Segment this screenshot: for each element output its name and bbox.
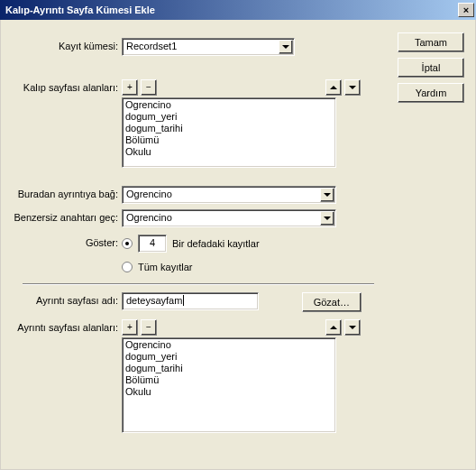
browse-button[interactable]: Gözat…: [302, 292, 362, 312]
list-item[interactable]: Ogrencino: [125, 99, 333, 111]
detail-fields-label: Ayrıntı sayfası alanları:: [1, 322, 118, 333]
plus-icon: +: [127, 83, 133, 92]
unique-key-select[interactable]: Ogrencino: [122, 209, 336, 227]
dropdown-arrow-icon[interactable]: [320, 211, 334, 226]
dropdown-arrow-icon[interactable]: [279, 40, 293, 54]
list-item[interactable]: Bölümü: [125, 134, 333, 146]
list-item[interactable]: Okulu: [125, 386, 333, 398]
list-item[interactable]: Ogrencino: [125, 339, 333, 351]
master-move-up-button[interactable]: [325, 79, 342, 96]
recordset-value: Recordset1: [123, 39, 279, 55]
detail-fields-list[interactable]: Ogrencinodogum_yeridogum_tarihiBölümüOku…: [122, 337, 336, 433]
master-move-down-button[interactable]: [344, 79, 361, 96]
detail-page-value: deteysayfam: [126, 295, 182, 306]
per-page-suffix-label: Bir defadaki kayıtlar: [172, 238, 260, 249]
list-item[interactable]: Okulu: [125, 146, 333, 158]
minus-icon: −: [146, 323, 151, 332]
all-records-radio[interactable]: [122, 262, 133, 272]
show-label: Göster:: [1, 237, 118, 248]
link-from-value: Ogrencino: [123, 187, 320, 203]
recordset-select[interactable]: Recordset1: [122, 38, 295, 56]
title-bar: Kalıp-Ayrıntı Sayfa Kümesi Ekle ×: [0, 0, 476, 20]
client-area: Tamam İptal Yardım Kayıt kümesi: Records…: [0, 20, 476, 470]
unique-key-value: Ogrencino: [123, 210, 320, 226]
per-page-input[interactable]: 4: [138, 235, 167, 253]
triangle-down-icon: [349, 326, 356, 329]
dropdown-arrow-icon[interactable]: [320, 188, 334, 202]
link-from-select[interactable]: Ogrencino: [122, 186, 336, 204]
list-item[interactable]: Bölümü: [125, 374, 333, 386]
list-item[interactable]: dogum_tarihi: [125, 363, 333, 374]
triangle-up-icon: [330, 326, 337, 329]
ok-button[interactable]: Tamam: [398, 32, 464, 52]
master-fields-label: Kalıp sayfası alanları:: [1, 82, 118, 93]
master-remove-button[interactable]: −: [141, 79, 157, 96]
detail-move-up-button[interactable]: [325, 319, 342, 336]
link-from-label: Buradan ayrıntıya bağ:: [1, 189, 118, 199]
cancel-button[interactable]: İptal: [398, 58, 464, 78]
minus-icon: −: [146, 83, 151, 92]
help-button[interactable]: Yardım: [398, 83, 464, 103]
close-button[interactable]: ×: [458, 3, 474, 17]
list-item[interactable]: dogum_yeri: [125, 351, 333, 363]
detail-add-button[interactable]: +: [122, 319, 138, 336]
window-title: Kalıp-Ayrıntı Sayfa Kümesi Ekle: [5, 5, 155, 15]
detail-page-label: Ayrıntı sayfası adı:: [1, 295, 118, 306]
all-records-label: Tüm kayıtlar: [138, 262, 193, 272]
dialog-buttons: Tamam İptal Yardım: [398, 32, 464, 108]
triangle-up-icon: [330, 86, 337, 89]
detail-remove-button[interactable]: −: [141, 319, 157, 336]
recordset-label: Kayıt kümesi:: [1, 41, 118, 51]
separator: [23, 283, 374, 285]
unique-key-label: Benzersiz anahtarı geç:: [1, 212, 118, 223]
master-fields-list[interactable]: Ogrencinodogum_yeridogum_tarihiBölümüOku…: [122, 97, 336, 168]
master-add-button[interactable]: +: [122, 79, 138, 96]
plus-icon: +: [127, 323, 133, 332]
per-page-radio[interactable]: [122, 238, 133, 249]
detail-page-input[interactable]: deteysayfam: [122, 292, 259, 310]
triangle-down-icon: [349, 86, 356, 89]
list-item[interactable]: dogum_tarihi: [125, 123, 333, 134]
detail-move-down-button[interactable]: [344, 319, 361, 336]
list-item[interactable]: dogum_yeri: [125, 111, 333, 123]
